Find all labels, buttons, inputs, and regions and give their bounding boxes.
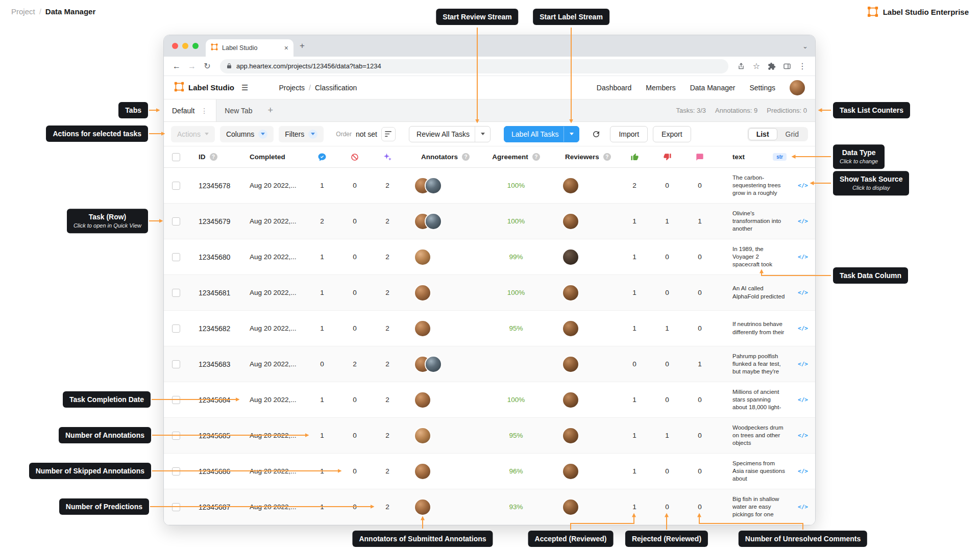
skipped-annotations-icon[interactable] xyxy=(351,153,359,161)
show-source-icon[interactable]: </> xyxy=(791,382,815,417)
tab-options-icon[interactable]: ⋮ xyxy=(201,107,208,115)
table-row[interactable]: 12345684 Aug 20 2022,... 1 0 2 100% 1 0 … xyxy=(164,382,815,418)
zoom-window-button[interactable] xyxy=(192,43,199,49)
url-input[interactable]: app.heartex.com/projects/123456/data?tab… xyxy=(220,59,728,73)
grid-view-button[interactable]: Grid xyxy=(777,128,807,140)
select-all-checkbox[interactable] xyxy=(172,153,180,161)
show-source-icon[interactable]: </> xyxy=(791,454,815,489)
avatar-av4[interactable] xyxy=(563,321,578,336)
show-source-icon[interactable]: </> xyxy=(791,346,815,382)
comments-icon[interactable] xyxy=(696,153,704,161)
table-row[interactable]: 12345681 Aug 20 2022,... 1 0 2 100% 1 0 … xyxy=(164,275,815,311)
table-row[interactable]: 12345687 Aug 20 2022,... 1 0 2 93% 1 0 0… xyxy=(164,489,815,525)
avatar-av4[interactable] xyxy=(563,499,578,515)
row-checkbox[interactable] xyxy=(172,217,180,226)
chevron-down-icon[interactable] xyxy=(564,127,579,142)
task-data-text[interactable]: If neutrinos behave differently from the… xyxy=(716,320,791,336)
avatar-av4[interactable] xyxy=(563,178,578,193)
show-source-icon[interactable]: </> xyxy=(791,311,815,346)
show-source-icon[interactable]: </> xyxy=(791,489,815,524)
row-checkbox[interactable] xyxy=(172,324,180,333)
nav-data-manager[interactable]: Data Manager xyxy=(690,84,736,92)
order-dropdown[interactable]: not set xyxy=(356,130,377,138)
avatar-av1[interactable] xyxy=(415,321,430,336)
avatar-av4[interactable] xyxy=(563,357,578,372)
task-data-text[interactable]: Pahrump poolfish flunked a fear test, bu… xyxy=(716,353,791,376)
show-source-icon[interactable]: </> xyxy=(791,418,815,453)
table-row[interactable]: 12345679 Aug 20 2022,... 2 0 2 100% 1 1 … xyxy=(164,204,815,239)
extensions-icon[interactable] xyxy=(765,62,778,70)
help-icon[interactable]: ? xyxy=(603,153,611,161)
user-avatar[interactable] xyxy=(790,80,805,95)
avatar-av5[interactable] xyxy=(563,249,578,265)
browser-menu-icon[interactable]: ⋮ xyxy=(796,61,809,71)
avatar-av1[interactable] xyxy=(415,464,430,479)
app-logo-text[interactable]: Label Studio xyxy=(188,83,234,92)
show-source-icon[interactable]: </> xyxy=(791,204,815,239)
back-button[interactable]: ← xyxy=(170,62,183,71)
row-checkbox[interactable] xyxy=(172,253,180,261)
table-row[interactable]: 12345685 Aug 20 2022,... 1 0 2 95% 1 1 0… xyxy=(164,418,815,454)
export-button[interactable]: Export xyxy=(653,126,691,142)
help-icon[interactable]: ? xyxy=(532,153,540,161)
breadcrumb-projects[interactable]: Projects xyxy=(279,84,305,92)
actions-dropdown[interactable]: Actions xyxy=(171,126,215,142)
filters-dropdown[interactable]: Filters xyxy=(279,126,324,142)
new-tab-button[interactable]: + xyxy=(300,41,305,51)
avatar-av2[interactable] xyxy=(426,214,441,229)
annotations-count-icon[interactable] xyxy=(317,153,327,162)
col-reviewers-header[interactable]: Reviewers xyxy=(565,153,599,161)
col-annotators-header[interactable]: Annotators xyxy=(421,153,458,161)
sort-order-button[interactable] xyxy=(381,127,396,141)
avatar-av4[interactable] xyxy=(563,464,578,479)
avatar-av3[interactable] xyxy=(415,249,430,265)
browser-tab[interactable]: Label Studio × xyxy=(206,39,293,57)
task-data-text[interactable]: Specimens from Asia raise questions abou… xyxy=(716,460,791,483)
row-checkbox[interactable] xyxy=(172,182,180,190)
row-checkbox[interactable] xyxy=(172,360,180,368)
table-row[interactable]: 12345683 Aug 20 2022,... 0 2 2 0 0 1 Pah… xyxy=(164,346,815,382)
avatar-av4[interactable] xyxy=(563,285,578,300)
nav-settings[interactable]: Settings xyxy=(749,84,775,92)
import-button[interactable]: Import xyxy=(610,126,648,142)
reload-button[interactable]: ↻ xyxy=(201,61,214,71)
table-row[interactable]: 12345680 Aug 20 2022,... 1 0 2 99% 1 0 0… xyxy=(164,239,815,275)
nav-dashboard[interactable]: Dashboard xyxy=(597,84,632,92)
add-tab-button[interactable]: + xyxy=(261,99,281,121)
label-all-tasks-button[interactable]: Label All Tasks xyxy=(504,126,579,142)
show-source-icon[interactable]: </> xyxy=(791,239,815,274)
table-row[interactable]: 12345678 Aug 20 2022,... 1 0 2 100% 2 0 … xyxy=(164,168,815,204)
accepted-icon[interactable] xyxy=(630,153,639,161)
avatar-av3[interactable] xyxy=(415,428,430,443)
avatar-av4[interactable] xyxy=(563,214,578,229)
col-text-header[interactable]: text xyxy=(732,153,745,161)
help-icon[interactable]: ? xyxy=(210,153,217,161)
tab-new-tab[interactable]: New Tab xyxy=(216,99,260,121)
help-icon[interactable]: ? xyxy=(462,153,470,161)
tab-strip-chevron-icon[interactable]: ⌄ xyxy=(802,42,808,50)
task-data-text[interactable]: The carbon-sequestering trees grow in a … xyxy=(716,174,791,197)
close-window-button[interactable] xyxy=(172,43,178,49)
avatar-av1[interactable] xyxy=(415,392,430,408)
show-source-icon[interactable]: </> xyxy=(791,275,815,310)
forward-button[interactable]: → xyxy=(185,62,199,71)
tab-default[interactable]: Default ⋮ xyxy=(164,99,216,121)
row-checkbox[interactable] xyxy=(172,396,180,404)
menu-icon[interactable]: ☰ xyxy=(241,83,248,92)
app-logo-icon[interactable] xyxy=(174,82,184,94)
avatar-av2[interactable] xyxy=(426,178,441,193)
breadcrumb-project[interactable]: Project xyxy=(11,7,35,16)
row-checkbox[interactable] xyxy=(172,432,180,440)
sidebar-icon[interactable] xyxy=(780,62,794,70)
list-view-button[interactable]: List xyxy=(748,128,777,140)
show-source-icon[interactable]: </> xyxy=(791,168,815,203)
columns-dropdown[interactable]: Columns xyxy=(220,126,274,142)
refresh-button[interactable] xyxy=(587,126,605,142)
review-all-tasks-button[interactable]: Review All Tasks xyxy=(409,126,491,142)
col-completed-header[interactable]: Completed xyxy=(250,153,285,161)
minimize-window-button[interactable] xyxy=(182,43,188,49)
task-data-text[interactable]: Olivine's transformation into another xyxy=(716,210,791,233)
bookmark-star-icon[interactable]: ☆ xyxy=(750,61,763,71)
avatar-av1[interactable] xyxy=(415,499,430,515)
task-data-text[interactable]: Woodpeckers drum on trees and other obje… xyxy=(716,424,791,447)
